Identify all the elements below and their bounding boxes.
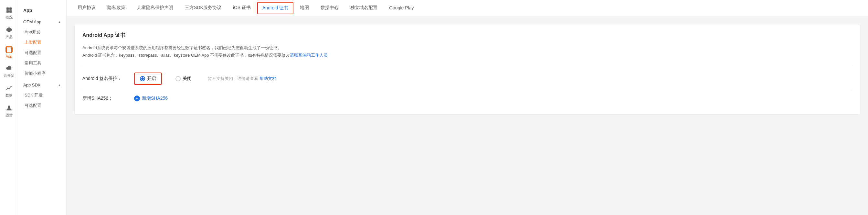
sidebar-item-optional-config[interactable]: 可选配置 xyxy=(18,48,66,58)
sidebar-item-app-dev[interactable]: App开发 xyxy=(18,27,66,37)
svg-rect-7 xyxy=(7,49,11,49)
tab-android-cert[interactable]: Android 证书 xyxy=(257,2,293,14)
svg-rect-3 xyxy=(9,10,12,12)
sidebar-item-operation[interactable]: 运营 xyxy=(0,101,18,121)
sidebar-item-shelf-config[interactable]: 上架配置 xyxy=(18,37,66,48)
hint-text: 暂不支持关闭，详情请查看 xyxy=(208,76,258,81)
second-sidebar: App OEM App ▲ App开发 上架配置 可选配置 常用工具 智能小程序… xyxy=(18,0,67,215)
sidebar-item-overview[interactable]: 概况 xyxy=(0,3,18,23)
add-sha256-label: 新增SHA256 xyxy=(142,96,168,101)
operation-icon xyxy=(5,104,12,111)
form-control-sign: 开启 关闭 暂不支持关闭，详情请查看 帮助文档 xyxy=(134,73,276,85)
svg-rect-1 xyxy=(9,7,12,10)
sidebar-item-sdk-optional[interactable]: 可选配置 xyxy=(18,100,66,111)
group-oem-app-title[interactable]: OEM App ▲ xyxy=(18,17,66,27)
tab-ios-cert[interactable]: iOS 证书 xyxy=(227,0,256,16)
sha256-row: 新增SHA256： + 新增SHA256 xyxy=(83,90,852,107)
tab-user-agreement[interactable]: 用户协议 xyxy=(72,0,101,16)
add-sha256-button[interactable]: + 新增SHA256 xyxy=(134,96,168,101)
cloud-icon xyxy=(5,65,12,72)
card-description: Android系统要求每个安装进系统的应用程序都需要经过数字证书签名，我们已经为… xyxy=(83,44,852,59)
overview-label: 概况 xyxy=(5,15,12,20)
sidebar-item-common-tools[interactable]: 常用工具 xyxy=(18,58,66,68)
radio-option-open[interactable]: 开启 xyxy=(134,73,162,85)
svg-rect-5 xyxy=(7,47,11,52)
svg-rect-6 xyxy=(7,48,11,48)
data-label: 数据 xyxy=(5,93,12,98)
desc-line1: Android系统要求每个安装进系统的应用程序都需要经过数字证书签名，我们已经为… xyxy=(83,44,852,52)
tab-google-play[interactable]: Google Play xyxy=(383,1,420,16)
sidebar-item-sdk-dev[interactable]: SDK 开发 xyxy=(18,90,66,100)
svg-marker-4 xyxy=(6,27,12,32)
card-title: Android App 证书 xyxy=(83,32,852,39)
sidebar-item-cloud[interactable]: 云开发 xyxy=(0,61,18,81)
section-title: App xyxy=(18,5,66,16)
desc-line2: Android 证书包含：keypass、storepass、alias、key… xyxy=(83,52,852,59)
overview-icon xyxy=(5,6,12,14)
content-area: Android App 证书 Android系统要求每个安装进系统的应用程序都需… xyxy=(67,16,868,215)
radio-circle-open xyxy=(140,76,145,81)
app-icon xyxy=(5,46,12,53)
sign-protect-row: Android 签名保护： 开启 关闭 暂不支持关闭，详情请查看 xyxy=(83,67,852,90)
group-app-sdk: App SDK ▲ SDK 开发 可选配置 xyxy=(18,80,66,111)
cloud-label: 云开发 xyxy=(4,73,14,78)
tab-domain-config[interactable]: 独立域名配置 xyxy=(344,0,383,16)
tab-third-sdk[interactable]: 三方SDK服务协议 xyxy=(179,0,227,16)
tab-bar: 用户协议 隐私政策 儿童隐私保护声明 三方SDK服务协议 iOS 证书 Andr… xyxy=(67,0,868,16)
radio-label-open: 开启 xyxy=(147,76,156,82)
svg-point-9 xyxy=(8,106,10,108)
group-oem-app: OEM App ▲ App开发 上架配置 可选配置 常用工具 智能小程序 xyxy=(18,17,66,79)
tab-privacy-policy[interactable]: 隐私政策 xyxy=(101,0,131,16)
product-icon xyxy=(5,26,12,33)
sidebar-item-product[interactable]: 产品 xyxy=(0,23,18,43)
app-label: App xyxy=(6,54,12,58)
sha256-label: 新增SHA256： xyxy=(83,96,134,101)
hint-link[interactable]: 帮助文档 xyxy=(259,76,276,81)
desc-line2-prefix: Android 证书包含：keypass、storepass、alias、key… xyxy=(83,53,290,58)
product-label: 产品 xyxy=(5,35,12,39)
sidebar-item-mini-program[interactable]: 智能小程序 xyxy=(18,68,66,79)
radio-circle-close xyxy=(176,76,181,81)
tab-children-privacy[interactable]: 儿童隐私保护声明 xyxy=(131,0,179,16)
desc-line2-link[interactable]: 请联系涂鸦工作人员 xyxy=(290,53,328,58)
tab-map[interactable]: 地图 xyxy=(294,0,315,16)
status-hint: 暂不支持关闭，详情请查看 帮助文档 xyxy=(208,76,276,82)
radio-group: 开启 关闭 xyxy=(134,73,197,85)
sidebar-item-app[interactable]: App xyxy=(0,43,18,61)
tab-data-center[interactable]: 数据中心 xyxy=(315,0,344,16)
group-app-sdk-arrow: ▲ xyxy=(58,83,61,87)
main-content: 用户协议 隐私政策 儿童隐私保护声明 三方SDK服务协议 iOS 证书 Andr… xyxy=(67,0,868,215)
sign-protect-label: Android 签名保护： xyxy=(83,76,134,82)
content-card: Android App 证书 Android系统要求每个安装进系统的应用程序都需… xyxy=(74,24,860,115)
plus-circle-icon: + xyxy=(134,96,140,101)
left-sidebar: 概况 产品 App 云开发 xyxy=(0,0,18,215)
radio-option-close[interactable]: 关闭 xyxy=(169,73,197,85)
operation-label: 运营 xyxy=(5,113,12,117)
sidebar-item-data[interactable]: 数据 xyxy=(0,81,18,101)
svg-rect-8 xyxy=(7,50,10,50)
data-icon xyxy=(5,84,12,91)
svg-rect-0 xyxy=(6,7,9,10)
group-app-sdk-title[interactable]: App SDK ▲ xyxy=(18,80,66,90)
svg-rect-2 xyxy=(6,10,9,12)
radio-label-close: 关闭 xyxy=(183,76,192,82)
group-oem-app-arrow: ▲ xyxy=(58,20,61,24)
